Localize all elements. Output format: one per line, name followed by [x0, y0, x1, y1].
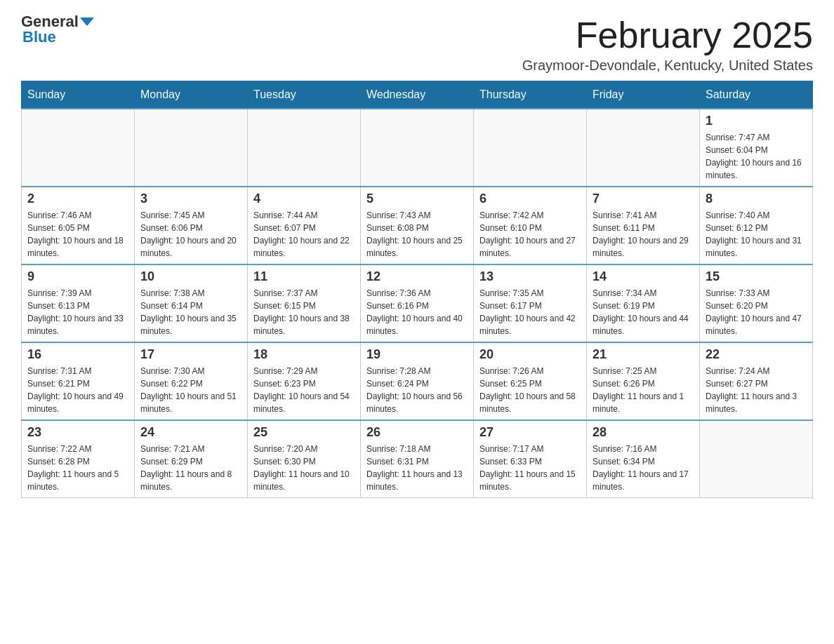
day-info: Sunrise: 7:34 AM Sunset: 6:19 PM Dayligh… — [593, 287, 694, 337]
day-info: Sunrise: 7:33 AM Sunset: 6:20 PM Dayligh… — [706, 287, 807, 337]
calendar-cell — [587, 109, 700, 187]
day-info: Sunrise: 7:39 AM Sunset: 6:13 PM Dayligh… — [27, 287, 128, 337]
day-number: 4 — [253, 192, 355, 206]
calendar-cell: 22Sunrise: 7:24 AM Sunset: 6:27 PM Dayli… — [700, 342, 813, 420]
calendar-cell: 5Sunrise: 7:43 AM Sunset: 6:08 PM Daylig… — [361, 187, 474, 264]
calendar-cell: 1Sunrise: 7:47 AM Sunset: 6:04 PM Daylig… — [700, 109, 813, 187]
day-number: 26 — [366, 425, 468, 440]
day-info: Sunrise: 7:30 AM Sunset: 6:22 PM Dayligh… — [140, 365, 241, 415]
day-number: 12 — [366, 269, 468, 284]
day-info: Sunrise: 7:38 AM Sunset: 6:14 PM Dayligh… — [140, 287, 241, 337]
calendar-cell: 18Sunrise: 7:29 AM Sunset: 6:23 PM Dayli… — [248, 342, 361, 420]
day-info: Sunrise: 7:28 AM Sunset: 6:24 PM Dayligh… — [366, 365, 468, 415]
calendar-cell: 3Sunrise: 7:45 AM Sunset: 6:06 PM Daylig… — [135, 187, 248, 264]
weekday-header-friday: Friday — [587, 81, 700, 109]
page-header: General Blue February 2025 Graymoor-Devo… — [21, 14, 813, 74]
day-number: 7 — [593, 192, 694, 206]
day-number: 13 — [479, 269, 581, 284]
day-number: 2 — [27, 192, 128, 206]
weekday-header-saturday: Saturday — [700, 81, 813, 109]
calendar-cell: 6Sunrise: 7:42 AM Sunset: 6:10 PM Daylig… — [474, 187, 587, 264]
calendar-cell — [248, 109, 361, 187]
calendar-cell: 27Sunrise: 7:17 AM Sunset: 6:33 PM Dayli… — [474, 420, 587, 498]
day-info: Sunrise: 7:22 AM Sunset: 6:28 PM Dayligh… — [27, 443, 128, 493]
calendar-cell — [700, 420, 813, 498]
calendar-cell: 26Sunrise: 7:18 AM Sunset: 6:31 PM Dayli… — [361, 420, 474, 498]
calendar-cell: 23Sunrise: 7:22 AM Sunset: 6:28 PM Dayli… — [22, 420, 135, 498]
weekday-header-monday: Monday — [135, 81, 248, 109]
day-number: 25 — [253, 425, 355, 440]
day-number: 5 — [366, 192, 468, 206]
day-number: 22 — [706, 347, 807, 362]
day-info: Sunrise: 7:24 AM Sunset: 6:27 PM Dayligh… — [706, 365, 807, 415]
day-info: Sunrise: 7:31 AM Sunset: 6:21 PM Dayligh… — [27, 365, 128, 415]
day-info: Sunrise: 7:26 AM Sunset: 6:25 PM Dayligh… — [479, 365, 581, 415]
month-title: February 2025 — [522, 14, 813, 56]
calendar-cell: 13Sunrise: 7:35 AM Sunset: 6:17 PM Dayli… — [474, 264, 587, 342]
day-number: 10 — [140, 269, 241, 284]
calendar-cell: 20Sunrise: 7:26 AM Sunset: 6:25 PM Dayli… — [474, 342, 587, 420]
week-row-4: 16Sunrise: 7:31 AM Sunset: 6:21 PM Dayli… — [22, 342, 813, 420]
logo-text-general: General — [21, 14, 79, 29]
day-info: Sunrise: 7:21 AM Sunset: 6:29 PM Dayligh… — [140, 443, 241, 493]
week-row-3: 9Sunrise: 7:39 AM Sunset: 6:13 PM Daylig… — [22, 264, 813, 342]
day-number: 1 — [706, 114, 807, 128]
calendar-cell: 10Sunrise: 7:38 AM Sunset: 6:14 PM Dayli… — [135, 264, 248, 342]
calendar-cell: 19Sunrise: 7:28 AM Sunset: 6:24 PM Dayli… — [361, 342, 474, 420]
day-number: 19 — [366, 347, 468, 362]
day-info: Sunrise: 7:43 AM Sunset: 6:08 PM Dayligh… — [366, 209, 468, 260]
weekday-header-thursday: Thursday — [474, 81, 587, 109]
calendar-cell: 12Sunrise: 7:36 AM Sunset: 6:16 PM Dayli… — [361, 264, 474, 342]
calendar-cell: 17Sunrise: 7:30 AM Sunset: 6:22 PM Dayli… — [135, 342, 248, 420]
day-info: Sunrise: 7:41 AM Sunset: 6:11 PM Dayligh… — [593, 209, 694, 260]
day-number: 16 — [27, 347, 128, 362]
weekday-header-row: SundayMondayTuesdayWednesdayThursdayFrid… — [22, 81, 813, 109]
day-info: Sunrise: 7:36 AM Sunset: 6:16 PM Dayligh… — [366, 287, 468, 337]
day-number: 20 — [479, 347, 581, 362]
calendar-cell: 11Sunrise: 7:37 AM Sunset: 6:15 PM Dayli… — [248, 264, 361, 342]
calendar-cell: 16Sunrise: 7:31 AM Sunset: 6:21 PM Dayli… — [22, 342, 135, 420]
day-number: 24 — [140, 425, 241, 440]
day-number: 18 — [253, 347, 355, 362]
day-number: 23 — [27, 425, 128, 440]
logo-arrow-icon — [80, 18, 94, 26]
calendar-cell: 24Sunrise: 7:21 AM Sunset: 6:29 PM Dayli… — [135, 420, 248, 498]
day-number: 8 — [706, 192, 807, 206]
day-info: Sunrise: 7:35 AM Sunset: 6:17 PM Dayligh… — [479, 287, 581, 337]
day-number: 21 — [593, 347, 694, 362]
weekday-header-sunday: Sunday — [22, 81, 135, 109]
day-info: Sunrise: 7:29 AM Sunset: 6:23 PM Dayligh… — [253, 365, 355, 415]
day-number: 11 — [253, 269, 355, 284]
calendar-cell — [135, 109, 248, 187]
day-info: Sunrise: 7:42 AM Sunset: 6:10 PM Dayligh… — [479, 209, 581, 260]
day-number: 6 — [479, 192, 581, 206]
day-info: Sunrise: 7:47 AM Sunset: 6:04 PM Dayligh… — [706, 131, 807, 182]
calendar-cell: 9Sunrise: 7:39 AM Sunset: 6:13 PM Daylig… — [22, 264, 135, 342]
calendar-cell — [361, 109, 474, 187]
day-number: 17 — [140, 347, 241, 362]
week-row-5: 23Sunrise: 7:22 AM Sunset: 6:28 PM Dayli… — [22, 420, 813, 498]
calendar-cell: 7Sunrise: 7:41 AM Sunset: 6:11 PM Daylig… — [587, 187, 700, 264]
day-info: Sunrise: 7:46 AM Sunset: 6:05 PM Dayligh… — [27, 209, 128, 260]
calendar-cell: 21Sunrise: 7:25 AM Sunset: 6:26 PM Dayli… — [587, 342, 700, 420]
day-info: Sunrise: 7:18 AM Sunset: 6:31 PM Dayligh… — [366, 443, 468, 493]
title-block: February 2025 Graymoor-Devondale, Kentuc… — [522, 14, 813, 74]
calendar-cell: 4Sunrise: 7:44 AM Sunset: 6:07 PM Daylig… — [248, 187, 361, 264]
day-number: 14 — [593, 269, 694, 284]
day-info: Sunrise: 7:37 AM Sunset: 6:15 PM Dayligh… — [253, 287, 355, 337]
calendar-cell: 28Sunrise: 7:16 AM Sunset: 6:34 PM Dayli… — [587, 420, 700, 498]
day-info: Sunrise: 7:40 AM Sunset: 6:12 PM Dayligh… — [706, 209, 807, 260]
logo-text-blue: Blue — [21, 29, 56, 45]
calendar-cell: 2Sunrise: 7:46 AM Sunset: 6:05 PM Daylig… — [22, 187, 135, 264]
day-info: Sunrise: 7:20 AM Sunset: 6:30 PM Dayligh… — [253, 443, 355, 493]
weekday-header-tuesday: Tuesday — [248, 81, 361, 109]
day-number: 27 — [479, 425, 581, 440]
day-info: Sunrise: 7:45 AM Sunset: 6:06 PM Dayligh… — [140, 209, 241, 260]
day-info: Sunrise: 7:17 AM Sunset: 6:33 PM Dayligh… — [479, 443, 581, 493]
calendar-cell: 15Sunrise: 7:33 AM Sunset: 6:20 PM Dayli… — [700, 264, 813, 342]
calendar-cell: 14Sunrise: 7:34 AM Sunset: 6:19 PM Dayli… — [587, 264, 700, 342]
day-info: Sunrise: 7:16 AM Sunset: 6:34 PM Dayligh… — [593, 443, 694, 493]
calendar-cell: 8Sunrise: 7:40 AM Sunset: 6:12 PM Daylig… — [700, 187, 813, 264]
day-info: Sunrise: 7:44 AM Sunset: 6:07 PM Dayligh… — [253, 209, 355, 260]
calendar-table: SundayMondayTuesdayWednesdayThursdayFrid… — [21, 81, 813, 498]
